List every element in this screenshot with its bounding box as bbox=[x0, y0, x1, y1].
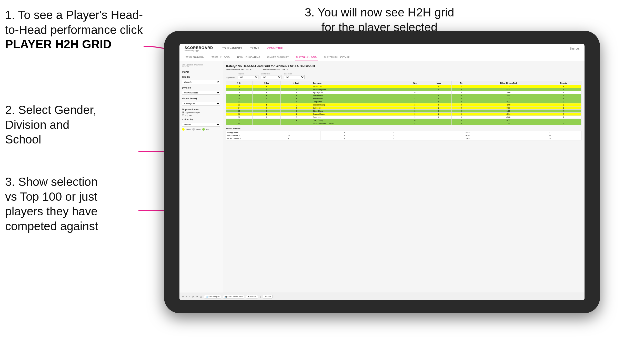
table-row: 5 2 2 Alexis Sudjianto 1 0 0 4.00 3 bbox=[226, 88, 581, 91]
nav-teams[interactable]: TEAMS bbox=[249, 46, 260, 51]
td-reg: 11 bbox=[252, 122, 281, 125]
region-filter-group: Region (All) bbox=[238, 73, 258, 79]
region-select[interactable]: (All) bbox=[238, 75, 258, 79]
player-rank-select[interactable]: 8. Katelyn Vo bbox=[182, 102, 220, 105]
td-tie: 0 bbox=[451, 110, 471, 113]
subnav-team-summary[interactable]: TEAM SUMMARY bbox=[185, 54, 205, 61]
td-opponent: Jessica Huang bbox=[312, 103, 404, 107]
td-conf: 2 bbox=[281, 88, 312, 91]
subnav-player-summary[interactable]: PLAYER SUMMARY bbox=[266, 54, 290, 61]
instruction-3-left: 3. Show selection vs Top 100 or just pla… bbox=[5, 175, 154, 234]
opponent-select[interactable]: (All) bbox=[284, 75, 305, 79]
inst3-right-line1: 3. You will now see H2H grid bbox=[290, 5, 469, 20]
table-row: 9 1 4 Sharon Mun 1 0 0 3.67 3 bbox=[226, 94, 581, 97]
td-conf: 7 bbox=[281, 122, 312, 125]
radio-group: Opponents Played Top 100 bbox=[182, 111, 220, 116]
td-tie: 0 bbox=[451, 107, 471, 110]
td-win: 1 bbox=[404, 85, 426, 88]
table-row: 20 11 7 Federica Domecq Lacroze 2 1 0 1.… bbox=[226, 122, 581, 125]
table-row: 10 6 3 Andrea York 2 0 0 4.00 4 bbox=[226, 97, 581, 100]
td-tie: 0 bbox=[451, 97, 471, 100]
inst3-left-line1: 3. Show selection bbox=[5, 175, 154, 189]
nav-tournaments[interactable]: TOURNAMENTS bbox=[221, 46, 244, 51]
td-diff: 4.00 bbox=[471, 88, 546, 91]
table-row: 16 1 3 Jessica Mason 1 2 0 -0.94 7 bbox=[226, 113, 581, 116]
colour-legend: Down Level Up bbox=[182, 128, 220, 131]
table-header-row: # Div # Reg # Conf Opponent Win Loss Tie… bbox=[226, 81, 581, 85]
td-opponent: Emily Chang bbox=[312, 119, 404, 122]
td-out-tie: 0 bbox=[369, 137, 418, 140]
main-content: Last Updated: 27/03/2024 16:55:38 Player… bbox=[179, 61, 585, 300]
td-conf: 5 bbox=[281, 110, 312, 113]
td-reg: 3 bbox=[252, 91, 281, 94]
td-out-label: NCAA Division 2 bbox=[226, 137, 257, 140]
separator: | bbox=[260, 295, 260, 298]
player-label: Player bbox=[182, 71, 220, 73]
td-loss: 2 bbox=[426, 113, 451, 116]
td-reg: 1 bbox=[252, 85, 281, 88]
td-opponent: Sharon Mun bbox=[312, 94, 404, 97]
td-loss: 0 bbox=[426, 97, 451, 100]
table-row: 19 6 6 Emily Chang 4 1 0 0.30 11 bbox=[226, 119, 581, 122]
gender-select[interactable]: Women's Men's bbox=[182, 80, 220, 84]
td-win: 1 bbox=[404, 116, 426, 119]
colour-label-level: Level bbox=[196, 129, 201, 130]
out-div-table-body: Foreign Team 1 0 0 4.500 2 NAIA Division… bbox=[226, 131, 581, 140]
conference-select[interactable]: (All) bbox=[261, 75, 281, 79]
td-rounds: 4 bbox=[546, 97, 581, 100]
sign-out-link[interactable]: Sign out bbox=[570, 47, 579, 50]
main-nav: TOURNAMENTS TEAMS COMMITTEE bbox=[221, 46, 559, 51]
td-div: 5 bbox=[226, 88, 253, 91]
td-opponent: Alexis Sudjianto bbox=[312, 88, 404, 91]
division-section: Division NCAA Division III NCAA Division… bbox=[182, 86, 220, 95]
division-select[interactable]: NCAA Division III NCAA Division I NCAA D… bbox=[182, 91, 220, 95]
td-tie: 0 bbox=[451, 119, 471, 122]
th-rounds: Rounds bbox=[546, 81, 581, 85]
subnav-player-h2h-grid[interactable]: PLAYER H2H GRID bbox=[295, 54, 318, 61]
td-loss: 0 bbox=[426, 85, 451, 88]
td-conf: 2 bbox=[281, 116, 312, 119]
radio-top100[interactable]: Top 100 bbox=[182, 114, 220, 116]
radio-opponents-played[interactable]: Opponents Played bbox=[182, 111, 220, 113]
td-loss: 0 bbox=[426, 103, 451, 107]
th-conf: # Conf bbox=[281, 81, 312, 85]
td-div: 20 bbox=[226, 122, 253, 125]
td-rounds: 3 bbox=[546, 88, 581, 91]
subnav-player-h2h-heatmap[interactable]: PLAYER H2H HEATMAP bbox=[323, 54, 351, 61]
td-out-diff: 9.267 bbox=[418, 134, 518, 137]
td-rounds: 11 bbox=[546, 119, 581, 122]
td-conf: 5 bbox=[281, 100, 312, 103]
save-custom-view-btn[interactable]: 💾 Save Custom View bbox=[223, 295, 244, 298]
th-tie: Tie bbox=[451, 81, 471, 85]
out-div-row: NAIA Division 1 15 0 0 9.267 30 bbox=[226, 134, 581, 137]
watch-btn[interactable]: 👁 Watch ▾ bbox=[246, 295, 258, 298]
td-tie: 0 bbox=[451, 88, 471, 91]
out-div-label: Out of division bbox=[226, 128, 581, 130]
nav-committee[interactable]: COMMITTEE bbox=[266, 46, 284, 51]
td-div: 10 bbox=[226, 97, 253, 100]
player-rank-label: Player (Rank) bbox=[182, 97, 220, 100]
td-reg: 1 bbox=[252, 113, 281, 116]
subnav-team-h2h-heatmap[interactable]: TEAM H2H HEATMAP bbox=[236, 54, 261, 61]
td-div: 9 bbox=[226, 94, 253, 97]
header-right: i Sign out bbox=[567, 47, 579, 50]
td-out-loss: 0 bbox=[320, 137, 369, 140]
td-tie: 0 bbox=[451, 113, 471, 116]
out-div-row: NCAA Division 2 5 0 0 7.400 10 bbox=[226, 137, 581, 140]
td-tie: 0 bbox=[451, 94, 471, 97]
td-win: 1 bbox=[404, 94, 426, 97]
colour-by-select[interactable]: Win/loss bbox=[182, 123, 220, 127]
td-out-rounds: 10 bbox=[518, 137, 581, 140]
colour-by-label: Colour by bbox=[182, 118, 220, 121]
subnav-team-h2h-grid[interactable]: TEAM H2H GRID bbox=[210, 54, 231, 61]
share-btn[interactable]: ↗ Share bbox=[263, 295, 273, 298]
td-conf: 4 bbox=[281, 107, 312, 110]
right-panel: Katelyn Vo Head-to-Head Grid for Women's… bbox=[223, 61, 585, 300]
inst3-left-line3: players they have bbox=[5, 204, 154, 219]
th-win: Win bbox=[404, 81, 426, 85]
td-reg: 1 bbox=[252, 103, 281, 107]
last-updated: Last Updated: 27/03/2024 16:55:38 bbox=[182, 64, 220, 68]
opponents-label: Opponents: bbox=[226, 76, 235, 79]
inst3-left-line4: competed against bbox=[5, 219, 154, 234]
user-icon: i bbox=[567, 47, 567, 50]
